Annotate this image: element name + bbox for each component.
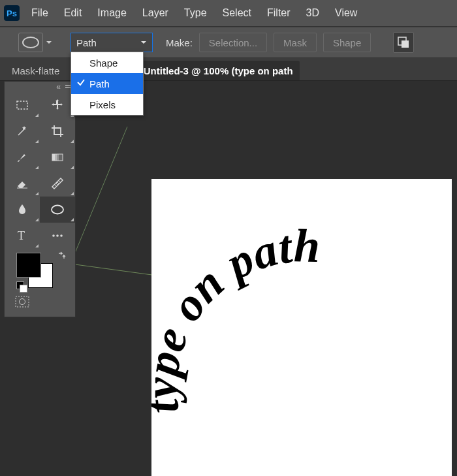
- tool-preset-caret-icon[interactable]: [46, 37, 52, 48]
- ellipse-shape-icon: [50, 202, 65, 217]
- active-tool-preset[interactable]: [18, 33, 43, 52]
- svg-point-15: [52, 234, 55, 237]
- smudge-icon: [15, 202, 29, 217]
- tool-mode-option-path-label: Path: [89, 78, 110, 89]
- ellipse-shape-tool[interactable]: [40, 197, 75, 223]
- svg-rect-10: [52, 154, 55, 161]
- magic-wand-tool[interactable]: [5, 118, 40, 144]
- smudge-tool[interactable]: [5, 197, 40, 223]
- make-shape-button[interactable]: Shape: [323, 33, 371, 52]
- svg-line-4: [71, 264, 157, 276]
- tool-mode-dropdown-label: Path: [76, 37, 97, 48]
- collapse-icon: «: [56, 82, 61, 91]
- quick-mask-icon: [15, 296, 29, 308]
- svg-point-17: [60, 234, 63, 237]
- menu-edit[interactable]: Edit: [64, 7, 82, 19]
- path-operations-button[interactable]: [393, 32, 414, 53]
- more-icon: [50, 229, 65, 243]
- workspace: type on path «: [0, 81, 457, 476]
- tool-mode-dropdown[interactable]: Path Shape Path Pixels: [71, 33, 153, 52]
- crop-icon: [50, 124, 65, 138]
- menu-image[interactable]: Image: [97, 7, 126, 19]
- tools-grid: T: [5, 92, 75, 249]
- move-tool[interactable]: [40, 92, 75, 118]
- menu-type[interactable]: Type: [184, 7, 207, 19]
- menu-file[interactable]: File: [31, 7, 48, 19]
- svg-rect-7: [17, 101, 27, 109]
- rect-marquee-icon: [15, 98, 29, 112]
- tab-untitled-3[interactable]: Untitled-3 @ 100% (type on path: [137, 61, 300, 80]
- default-colors-icon[interactable]: [16, 281, 27, 292]
- menu-layer[interactable]: Layer: [142, 7, 168, 19]
- document-tabs: Mask-flatte Untitled-2 × Untitled-3 @ 10…: [0, 58, 457, 81]
- type-icon: T: [15, 229, 29, 243]
- path-text: type on path: [151, 219, 321, 417]
- brush-tool[interactable]: [5, 144, 40, 170]
- edit-toolbar-button[interactable]: [40, 223, 75, 249]
- gradient-icon: [50, 150, 65, 165]
- svg-rect-3: [402, 40, 409, 48]
- tab-mask-flatten[interactable]: Mask-flatte: [5, 61, 66, 80]
- menu-bar: Ps File Edit Image Layer Type Select Fil…: [0, 0, 457, 27]
- tools-panel: «: [4, 81, 76, 317]
- menu-view[interactable]: View: [335, 7, 357, 19]
- foreground-color-swatch[interactable]: [16, 253, 41, 278]
- svg-point-19: [20, 299, 25, 305]
- tool-mode-option-path[interactable]: Path: [71, 73, 143, 94]
- horizontal-type-tool[interactable]: T: [5, 223, 40, 249]
- svg-rect-18: [16, 296, 29, 307]
- gradient-tool[interactable]: [40, 144, 75, 170]
- tool-mode-option-pixels[interactable]: Pixels: [71, 94, 143, 115]
- ellipse-icon: [22, 37, 39, 48]
- svg-text:T: T: [18, 229, 25, 242]
- color-sampler-tool[interactable]: [40, 170, 75, 197]
- color-swatches: [5, 249, 75, 292]
- magic-wand-icon: [15, 124, 29, 138]
- tab-label: Untitled-3 @ 100% (type on path: [144, 65, 293, 76]
- ruler-icon: [50, 176, 65, 191]
- quick-mask-toggle[interactable]: [5, 292, 75, 311]
- make-selection-button[interactable]: Selection...: [199, 33, 267, 52]
- make-label: Make:: [166, 37, 193, 48]
- chevron-down-icon: [140, 39, 147, 46]
- tool-mode-dropdown-list: Shape Path Pixels: [71, 52, 144, 116]
- swap-colors-icon[interactable]: [57, 251, 66, 261]
- text-on-path-artwork: type on path: [151, 179, 452, 476]
- photoshop-logo-icon: Ps: [4, 5, 20, 21]
- path-combine-icon: [397, 36, 410, 49]
- tab-label: Mask-flatte: [12, 65, 59, 76]
- menu-select[interactable]: Select: [223, 7, 251, 19]
- tools-panel-collapse[interactable]: «: [5, 82, 75, 92]
- menu-3d[interactable]: 3D: [306, 7, 319, 19]
- menu-filter[interactable]: Filter: [267, 7, 291, 19]
- svg-rect-11: [55, 154, 57, 161]
- move-icon: [50, 98, 65, 112]
- svg-line-5: [71, 127, 127, 264]
- eraser-icon: [15, 176, 29, 191]
- eraser-tool[interactable]: [5, 170, 40, 197]
- brush-icon: [15, 150, 29, 165]
- rectangular-marquee-tool[interactable]: [5, 92, 40, 118]
- make-mask-button[interactable]: Mask: [274, 33, 317, 52]
- check-icon: [76, 78, 86, 89]
- document-canvas[interactable]: type on path: [151, 179, 452, 476]
- options-bar: Path Shape Path Pixels Make: Selection..…: [0, 27, 457, 58]
- svg-rect-12: [57, 154, 59, 161]
- svg-text:type on path: type on path: [151, 219, 321, 417]
- tool-mode-option-shape[interactable]: Shape: [71, 52, 143, 73]
- svg-point-16: [56, 234, 59, 237]
- crop-tool[interactable]: [40, 118, 75, 144]
- svg-text:Ps: Ps: [7, 8, 17, 18]
- svg-point-13: [52, 206, 63, 214]
